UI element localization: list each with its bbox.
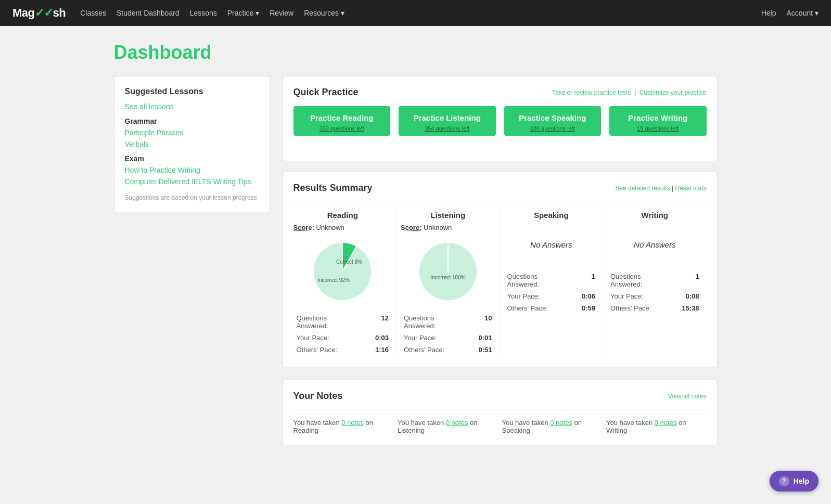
- content-area: Quick Practice Take or review practice t…: [283, 76, 718, 445]
- sidebar-ielts-tips[interactable]: Computer Delivered IELTS Writing Tips: [125, 177, 259, 186]
- listening-pace-label: Your Pace:: [402, 332, 467, 343]
- results-actions: See detailed results | Reset stats: [615, 185, 706, 192]
- sidebar-verbals[interactable]: Verbals: [125, 140, 259, 148]
- quick-practice-header: Quick Practice Take or review practice t…: [293, 87, 707, 98]
- writing-others-value: 15:38: [671, 303, 701, 314]
- practice-writing-button[interactable]: Practice Writing 19 questions left: [609, 106, 707, 136]
- reading-others-value: 1:16: [364, 344, 391, 355]
- practice-reading-button[interactable]: Practice Reading 353 questions left: [293, 106, 391, 136]
- nav-right: Help Account ▾: [761, 9, 819, 17]
- writing-pace-value: 0:08: [671, 291, 701, 302]
- listening-q-value: 10: [468, 313, 494, 331]
- reading-pace-value: 0:03: [364, 332, 391, 343]
- listening-stats: QuestionsAnswered: 10 Your Pace: 0:01 Ot…: [401, 312, 495, 356]
- svg-text:Correct 8%: Correct 8%: [336, 259, 362, 265]
- result-reading-score: Score: Unknown: [293, 224, 392, 231]
- main-layout: Suggested Lessons See all lessons Gramma…: [114, 76, 718, 445]
- notes-speaking-link[interactable]: 0 notes: [550, 419, 572, 427]
- notes-reading: You have taken 0 notes on Reading: [293, 419, 394, 434]
- sidebar-see-all[interactable]: See all lessons: [125, 102, 259, 111]
- notes-speaking: You have taken 0 notes on Speaking: [502, 419, 603, 434]
- speaking-no-answers: No Answers: [504, 240, 599, 249]
- quick-practice-actions: Take or review practice tests | Customiz…: [552, 89, 707, 96]
- listening-chart: Incorrect 100%: [401, 238, 495, 305]
- notes-title: Your Notes: [293, 391, 343, 402]
- notes-divider: [293, 410, 707, 410]
- result-reading-title: Reading: [293, 211, 392, 219]
- listening-q-label: QuestionsAnswered:: [402, 313, 467, 331]
- notes-writing: You have taken 0 notes on Writing: [606, 419, 707, 434]
- sidebar-grammar-label: Grammar: [125, 117, 259, 125]
- results-section: Results Summary See detailed results | R…: [283, 172, 718, 367]
- result-speaking-col: Speaking No Answers QuestionsAnswered: 1…: [500, 211, 604, 356]
- reading-others-label: Others' Pace:: [295, 344, 363, 355]
- nav-resources[interactable]: Resources ▾: [304, 9, 344, 17]
- sidebar-participle-phrases[interactable]: Participle Phrases: [125, 128, 259, 137]
- practice-buttons: Practice Reading 353 questions left Prac…: [293, 106, 707, 136]
- results-title: Results Summary: [293, 183, 373, 193]
- nav-practice[interactable]: Practice ▾: [227, 9, 259, 17]
- navbar: Mag✓✓sh Classes Student Dashboard Lesson…: [0, 0, 831, 26]
- speaking-others-value: 0:59: [571, 303, 597, 314]
- reading-q-label: QuestionsAnswered:: [295, 313, 363, 331]
- nav-lessons[interactable]: Lessons: [190, 9, 217, 17]
- speaking-pace-value: 0:06: [571, 291, 597, 302]
- nav-account[interactable]: Account ▾: [787, 9, 819, 17]
- svg-text:Incorrect 100%: Incorrect 100%: [430, 275, 465, 280]
- result-listening-title: Listening: [401, 211, 495, 219]
- results-header: Results Summary See detailed results | R…: [293, 183, 707, 193]
- writing-stats: QuestionsAnswered: 1 Your Pace: 0:08 Oth…: [607, 270, 702, 315]
- writing-others-label: Others' Pace:: [608, 303, 670, 314]
- speaking-q-label: QuestionsAnswered:: [505, 271, 571, 290]
- customize-link[interactable]: Customize your practice: [640, 89, 707, 96]
- result-writing-col: Writing No Answers QuestionsAnswered: 1 …: [603, 211, 707, 356]
- reading-pace-label: Your Pace:: [295, 332, 363, 343]
- logo: Mag✓✓sh: [12, 6, 66, 20]
- notes-listening-link[interactable]: 0 notes: [446, 419, 468, 427]
- nav-help[interactable]: Help: [761, 9, 776, 17]
- take-review-link[interactable]: Take or review practice tests: [552, 89, 631, 96]
- result-listening-col: Listening Score: Unknown Incorrect: [397, 211, 500, 356]
- writing-q-value: 1: [671, 271, 701, 290]
- writing-pace-label: Your Pace:: [608, 291, 670, 302]
- notes-row: You have taken 0 notes on Reading You ha…: [293, 419, 707, 434]
- nav-classes[interactable]: Classes: [80, 9, 106, 17]
- results-columns: Reading Score: Unknown: [293, 211, 707, 356]
- practice-listening-button[interactable]: Practice Listening 354 questions left: [399, 106, 496, 136]
- sidebar: Suggested Lessons See all lessons Gramma…: [114, 76, 270, 212]
- see-detailed-results-link[interactable]: See detailed results: [615, 185, 670, 192]
- result-writing-title: Writing: [607, 211, 702, 219]
- view-all-notes-link[interactable]: View all notes: [668, 393, 707, 400]
- speaking-pace-label: Your Pace:: [505, 291, 571, 302]
- quick-practice-card: Quick Practice Take or review practice t…: [283, 76, 718, 161]
- notes-writing-link[interactable]: 0 notes: [655, 419, 677, 427]
- svg-text:Incorrect 92%: Incorrect 92%: [317, 277, 350, 283]
- notes-reading-link[interactable]: 0 notes: [341, 419, 364, 427]
- sidebar-heading: Suggested Lessons: [125, 87, 259, 96]
- notes-header: Your Notes View all notes: [293, 391, 707, 402]
- speaking-others-label: Others' Pace:: [505, 303, 571, 314]
- reading-stats: QuestionsAnswered: 12 Your Pace: 0:03 Ot…: [293, 312, 392, 356]
- results-divider: [293, 202, 707, 202]
- sidebar-how-to-practice-writing[interactable]: How to Practice Writing: [125, 166, 259, 174]
- notes-listening: You have taken 0 notes on Listening: [398, 419, 498, 434]
- listening-pace-value: 0:01: [468, 332, 494, 343]
- speaking-q-value: 1: [571, 271, 597, 290]
- result-reading-col: Reading Score: Unknown: [293, 211, 397, 356]
- reading-chart: Correct 8% Incorrect 92%: [293, 238, 392, 305]
- nav-review[interactable]: Review: [270, 9, 293, 17]
- practice-speaking-button[interactable]: Practice Speaking 100 questions left: [504, 106, 602, 136]
- logo-check: ✓✓: [35, 6, 53, 19]
- speaking-stats: QuestionsAnswered: 1 Your Pace: 0:06 Oth…: [504, 270, 599, 315]
- reset-stats-link[interactable]: Reset stats: [675, 185, 706, 192]
- sidebar-suggestion-note: Suggestions are based on your lesson pro…: [125, 194, 259, 201]
- page-wrapper: Dashboard Suggested Lessons See all less…: [104, 26, 728, 461]
- notes-actions: View all notes: [668, 393, 707, 400]
- writing-q-label: QuestionsAnswered:: [608, 271, 670, 290]
- nav-student-dashboard[interactable]: Student Dashboard: [117, 9, 180, 17]
- notes-section: Your Notes View all notes You have taken…: [283, 380, 718, 445]
- sidebar-exam-label: Exam: [125, 154, 259, 163]
- page-title: Dashboard: [114, 42, 718, 63]
- writing-no-answers: No Answers: [607, 240, 702, 249]
- listening-others-label: Others' Pace:: [402, 344, 467, 355]
